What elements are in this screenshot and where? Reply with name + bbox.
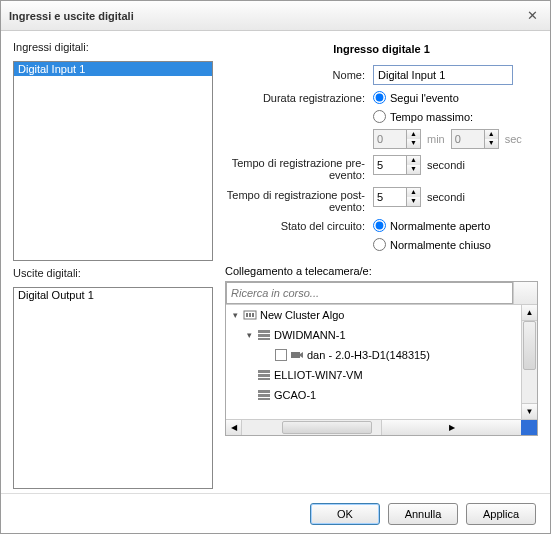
name-label: Nome: bbox=[225, 69, 373, 81]
vertical-scrollbar[interactable]: ▲ ▼ bbox=[521, 305, 537, 419]
tree-node-label: ELLIOT-WIN7-VM bbox=[274, 369, 363, 381]
svg-rect-14 bbox=[258, 390, 270, 393]
scroll-down-icon[interactable]: ▼ bbox=[522, 403, 537, 419]
max-min-spinner: ▲▼ bbox=[373, 129, 421, 149]
svg-rect-15 bbox=[258, 394, 270, 397]
max-sec-spinner: ▲▼ bbox=[451, 129, 499, 149]
left-panel: Ingressi digitali: Digital Input 1 Uscit… bbox=[13, 41, 213, 489]
window-title: Ingressi e uscite digitali bbox=[9, 10, 522, 22]
follow-event-radio-input[interactable] bbox=[373, 91, 386, 104]
rec-duration-label: Durata registrazione: bbox=[225, 92, 373, 104]
scroll-up-icon[interactable]: ▲ bbox=[522, 305, 537, 321]
spinner-down-icon: ▼ bbox=[485, 139, 498, 148]
svg-rect-7 bbox=[258, 334, 270, 337]
right-panel: Ingresso digitale 1 Nome: Durata registr… bbox=[225, 41, 538, 489]
content-area: Ingressi digitali: Digital Input 1 Uscit… bbox=[1, 31, 550, 493]
norm-closed-radio[interactable]: Normalmente chiuso bbox=[373, 238, 491, 251]
tree-node-label: DWIDMANN-1 bbox=[274, 329, 346, 341]
tree-node-label: dan - 2.0-H3-D1(148315) bbox=[307, 349, 430, 361]
post-event-spinner[interactable]: ▲▼ bbox=[373, 187, 421, 207]
svg-rect-16 bbox=[258, 398, 270, 400]
horizontal-scrollbar[interactable]: ◀ ▶ bbox=[226, 419, 537, 435]
seconds-unit: secondi bbox=[427, 191, 465, 203]
spinner-down-icon[interactable]: ▼ bbox=[407, 197, 420, 206]
scroll-left-icon[interactable]: ◀ bbox=[226, 420, 242, 435]
seconds-unit: secondi bbox=[427, 159, 465, 171]
spinner-up-icon[interactable]: ▲ bbox=[407, 156, 420, 165]
scroll-thumb[interactable] bbox=[523, 321, 536, 370]
norm-open-radio[interactable]: Normalmente aperto bbox=[373, 219, 490, 232]
camera-link-box: ▾ New Cluster Algo ▾ DWIDMANN-1 ▸ bbox=[225, 281, 538, 436]
norm-closed-radio-input[interactable] bbox=[373, 238, 386, 251]
max-min-input bbox=[373, 129, 407, 149]
max-time-radio[interactable]: Tempo massimo: bbox=[373, 110, 473, 123]
cancel-button[interactable]: Annulla bbox=[388, 503, 458, 525]
svg-rect-5 bbox=[252, 313, 254, 317]
circuit-label: Stato del circuito: bbox=[225, 220, 373, 232]
spinner-down-icon: ▼ bbox=[407, 139, 420, 148]
scroll-corner bbox=[521, 420, 537, 435]
scroll-right-icon[interactable]: ▶ bbox=[381, 420, 521, 435]
svg-rect-11 bbox=[258, 370, 270, 373]
camera-tree[interactable]: ▾ New Cluster Algo ▾ DWIDMANN-1 ▸ bbox=[226, 305, 537, 419]
outputs-listbox[interactable]: Digital Output 1 bbox=[13, 287, 213, 489]
norm-closed-radio-label: Normalmente chiuso bbox=[390, 239, 491, 251]
panel-heading: Ingresso digitale 1 bbox=[225, 43, 538, 55]
ok-button[interactable]: OK bbox=[310, 503, 380, 525]
spinner-up-icon[interactable]: ▲ bbox=[407, 188, 420, 197]
dialog-window: Ingressi e uscite digitali ✕ Ingressi di… bbox=[0, 0, 551, 534]
camera-search-input[interactable] bbox=[226, 282, 513, 304]
camera-icon bbox=[290, 348, 304, 362]
min-unit: min bbox=[427, 133, 445, 145]
post-event-label: Tempo di registrazione post-evento: bbox=[225, 187, 373, 213]
server-icon bbox=[257, 388, 271, 402]
expand-toggle[interactable]: ▾ bbox=[230, 310, 240, 320]
pre-event-spinner[interactable]: ▲▼ bbox=[373, 155, 421, 175]
server-icon bbox=[257, 368, 271, 382]
inputs-label: Ingressi digitali: bbox=[13, 41, 213, 53]
svg-rect-12 bbox=[258, 374, 270, 377]
camera-link-label: Collegamento a telecamera/e: bbox=[225, 265, 538, 277]
pre-event-label: Tempo di registrazione pre-evento: bbox=[225, 155, 373, 181]
norm-open-radio-input[interactable] bbox=[373, 219, 386, 232]
close-icon[interactable]: ✕ bbox=[522, 6, 542, 26]
scroll-thumb[interactable] bbox=[282, 421, 372, 434]
tree-node-label: New Cluster Algo bbox=[260, 309, 344, 321]
svg-rect-6 bbox=[258, 330, 270, 333]
follow-event-radio[interactable]: Segui l'evento bbox=[373, 91, 459, 104]
titlebar: Ingressi e uscite digitali ✕ bbox=[1, 1, 550, 31]
spinner-up-icon: ▲ bbox=[407, 130, 420, 139]
spinner-down-icon[interactable]: ▼ bbox=[407, 165, 420, 174]
pre-event-input[interactable] bbox=[373, 155, 407, 175]
apply-button[interactable]: Applica bbox=[466, 503, 536, 525]
max-sec-input bbox=[451, 129, 485, 149]
cluster-icon bbox=[243, 308, 257, 322]
search-button[interactable] bbox=[513, 282, 537, 304]
outputs-label: Uscite digitali: bbox=[13, 267, 213, 279]
svg-rect-13 bbox=[258, 378, 270, 380]
dialog-footer: OK Annulla Applica bbox=[1, 493, 550, 533]
svg-marker-10 bbox=[300, 352, 303, 358]
name-input[interactable] bbox=[373, 65, 513, 85]
follow-event-radio-label: Segui l'evento bbox=[390, 92, 459, 104]
svg-rect-4 bbox=[249, 313, 251, 317]
expand-toggle[interactable]: ▾ bbox=[244, 330, 254, 340]
server-icon bbox=[257, 328, 271, 342]
max-time-radio-label: Tempo massimo: bbox=[390, 111, 473, 123]
inputs-listbox[interactable]: Digital Input 1 bbox=[13, 61, 213, 261]
post-event-input[interactable] bbox=[373, 187, 407, 207]
spinner-up-icon: ▲ bbox=[485, 130, 498, 139]
svg-rect-3 bbox=[246, 313, 248, 317]
sec-unit: sec bbox=[505, 133, 522, 145]
svg-rect-8 bbox=[258, 338, 270, 340]
camera-checkbox[interactable] bbox=[275, 349, 287, 361]
tree-node-label: GCAO-1 bbox=[274, 389, 316, 401]
max-time-radio-input[interactable] bbox=[373, 110, 386, 123]
list-item[interactable]: Digital Output 1 bbox=[14, 288, 212, 302]
svg-rect-9 bbox=[291, 352, 300, 358]
norm-open-radio-label: Normalmente aperto bbox=[390, 220, 490, 232]
list-item[interactable]: Digital Input 1 bbox=[14, 62, 212, 76]
